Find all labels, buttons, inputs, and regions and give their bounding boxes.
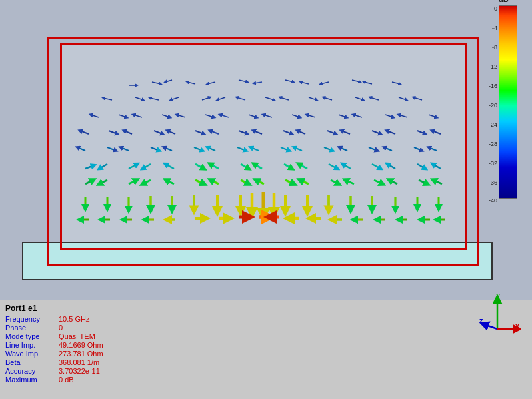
svg-line-58	[154, 131, 163, 134]
svg-line-14	[187, 82, 195, 84]
info-row-mode: Mode type Quasi TEM	[5, 332, 155, 340]
svg-line-74	[121, 147, 129, 151]
svg-line-23	[392, 82, 400, 84]
svg-line-117	[331, 180, 339, 184]
svg-text:·: ·	[202, 63, 204, 70]
line-imp-val: 49.1669 Ohm	[59, 341, 103, 349]
info-row-phase: Phase 0	[5, 324, 155, 332]
svg-text:y: y	[496, 292, 501, 299]
svg-line-61	[210, 131, 219, 134]
svg-line-112	[211, 180, 219, 184]
svg-line-54	[429, 115, 437, 117]
svg-line-93	[165, 164, 174, 169]
svg-line-39	[91, 115, 99, 117]
svg-line-26	[150, 98, 159, 100]
svg-line-64	[283, 131, 292, 134]
scale-label-5: -20	[489, 102, 497, 109]
svg-line-24	[103, 98, 112, 100]
svg-line-34	[323, 97, 332, 100]
color-scale: dB 0 -4 -8 -12 -16 -20 -24 -28 -32 -36 -…	[499, 5, 517, 232]
svg-line-89	[85, 165, 94, 169]
info-row-accuracy: Accuracy 3.70322e-11	[5, 367, 155, 375]
svg-line-120	[389, 180, 397, 184]
phase-key: Phase	[5, 324, 59, 332]
svg-text:·: ·	[162, 63, 164, 70]
svg-line-50	[339, 115, 347, 117]
svg-line-115	[285, 180, 294, 184]
svg-line-113	[241, 180, 249, 184]
svg-line-59	[167, 131, 175, 134]
accuracy-val: 3.70322e-11	[59, 367, 100, 375]
svg-line-98	[284, 164, 292, 169]
svg-text:·: ·	[282, 63, 284, 70]
svg-line-60	[195, 131, 204, 134]
svg-line-22	[364, 82, 372, 84]
svg-line-63	[253, 131, 262, 134]
svg-line-121	[419, 180, 427, 184]
scale-label-8: -32	[489, 160, 497, 167]
svg-line-84	[339, 147, 347, 151]
info-row-maximum: Maximum 0 dB	[5, 376, 155, 384]
info-row-line-imp: Line Imp. 49.1669 Ohm	[5, 341, 155, 349]
svg-line-67	[341, 131, 350, 134]
svg-line-19	[301, 82, 309, 84]
svg-text:·: ·	[222, 63, 224, 70]
info-row-frequency: Frequency 10.5 GHz	[5, 315, 155, 323]
svg-line-75	[151, 147, 159, 151]
svg-line-109	[143, 180, 151, 184]
svg-line-119	[374, 180, 383, 184]
svg-line-12	[152, 82, 161, 84]
svg-text:·: ·	[302, 63, 304, 70]
svg-line-82	[294, 147, 302, 151]
svg-line-114	[256, 180, 264, 184]
svg-line-87	[414, 147, 422, 151]
info-panel: Port1 e1 Frequency 10.5 GHz Phase 0 Mode…	[0, 300, 160, 399]
svg-line-102	[372, 164, 381, 169]
svg-line-80	[251, 147, 259, 151]
scale-title: dB	[499, 0, 532, 3]
svg-line-15	[207, 82, 215, 84]
svg-text:·: ·	[342, 63, 344, 70]
wave-imp-val: 273.781 Ohm	[59, 350, 103, 358]
svg-line-29	[217, 97, 225, 100]
svg-line-52	[385, 115, 393, 117]
svg-line-51	[353, 115, 362, 117]
svg-line-71	[432, 131, 441, 134]
svg-line-49	[307, 115, 315, 117]
svg-line-47	[263, 115, 272, 117]
svg-line-97	[254, 164, 262, 169]
scale-label-2: -8	[492, 44, 497, 51]
svg-line-57	[124, 131, 132, 134]
svg-line-76	[164, 147, 172, 151]
scale-label-7: -28	[489, 141, 497, 147]
vector-field: ··· ··· ··· ··	[62, 45, 465, 242]
svg-line-48	[292, 115, 300, 117]
svg-line-13	[165, 80, 172, 82]
svg-line-103	[387, 164, 395, 169]
scale-label-1: -4	[492, 25, 497, 31]
svg-line-17	[254, 82, 262, 83]
beta-key: Beta	[5, 358, 59, 366]
svg-line-85	[369, 147, 377, 151]
svg-line-31	[265, 97, 274, 100]
svg-line-40	[119, 115, 127, 117]
svg-line-30	[237, 97, 245, 100]
svg-line-42	[162, 115, 170, 117]
svg-line-88	[429, 147, 437, 151]
svg-line-83	[324, 147, 333, 151]
svg-line-32	[280, 97, 289, 100]
port-label: Port1 e1	[5, 304, 155, 313]
svg-line-96	[241, 164, 249, 169]
svg-line-161	[484, 324, 497, 329]
svg-text:x: x	[515, 322, 520, 330]
svg-line-66	[327, 131, 336, 134]
svg-line-53	[399, 115, 407, 117]
scale-label-6: -24	[489, 121, 497, 128]
svg-line-36	[370, 97, 379, 100]
svg-line-122	[433, 180, 442, 184]
svg-line-111	[195, 180, 204, 184]
scale-label-3: -12	[489, 63, 497, 70]
svg-line-73	[107, 147, 116, 151]
svg-line-94	[195, 164, 204, 169]
svg-line-69	[387, 131, 395, 134]
